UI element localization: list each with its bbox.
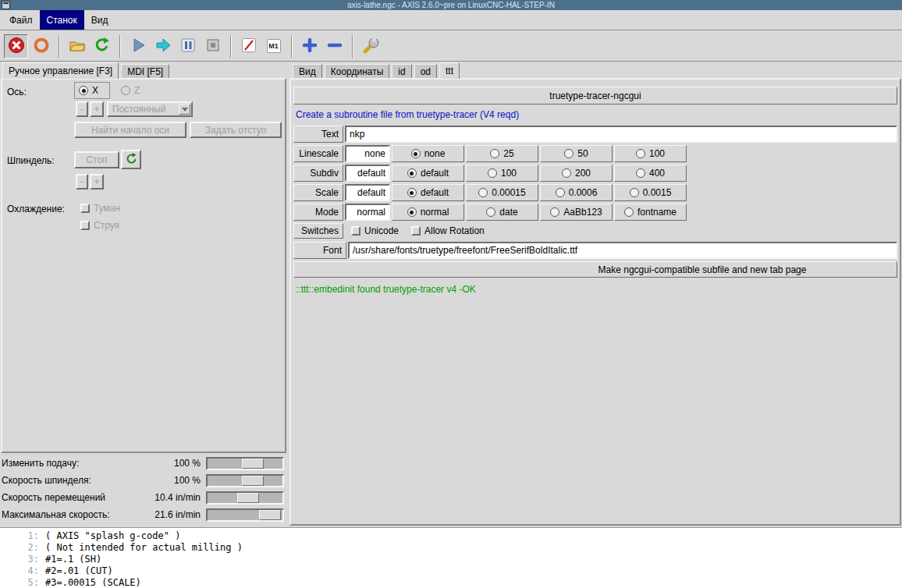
- spindle-override-slider[interactable]: [206, 474, 284, 487]
- gcode-line: 4: #2=.01 (CUT): [0, 565, 902, 577]
- max-velocity-row: Максимальная скорость: 21.6 in/min: [0, 506, 287, 523]
- menu-view[interactable]: Вид: [84, 10, 115, 30]
- subdiv-label: Subdiv: [293, 165, 343, 182]
- pause-button[interactable]: [176, 34, 200, 58]
- allow-rotation-checkbox[interactable]: Allow Rotation: [411, 225, 485, 236]
- text-row: Text: [293, 126, 897, 143]
- machine-power-button[interactable]: [29, 34, 53, 58]
- ttt-help-link[interactable]: Create a subroutine file from truetype-t…: [296, 109, 897, 120]
- switches-label: Switches: [293, 223, 343, 239]
- subdiv-row: Subdiv default 100 200 400: [293, 165, 897, 182]
- jog-minus-button[interactable]: -: [76, 101, 88, 117]
- toolbar: M1: [0, 31, 902, 62]
- jog-speed-row: Скорость перемещений 10.4 in/min: [0, 489, 287, 506]
- tab-od[interactable]: od: [414, 64, 437, 78]
- text-label: Text: [293, 126, 343, 143]
- menu-machine[interactable]: Станок: [40, 10, 84, 30]
- make-subfile-button[interactable]: Make ngcgui-compatible subfile and new t…: [293, 261, 897, 278]
- wrench-icon: [362, 37, 379, 56]
- gcode-line: 3: #1=.1 (SH): [0, 554, 902, 565]
- touch-off-button[interactable]: Задать отступ: [190, 122, 282, 138]
- home-axis-button[interactable]: Найти начало оси: [74, 122, 186, 138]
- radio-indicator: [79, 86, 88, 95]
- slider-thumb[interactable]: [242, 476, 264, 486]
- jog-plus-button[interactable]: +: [90, 101, 104, 117]
- linescale-option-25[interactable]: 25: [466, 145, 538, 162]
- linescale-value-input[interactable]: [346, 147, 389, 161]
- mode-option-fontname[interactable]: fontname: [614, 204, 687, 221]
- stop-icon: [204, 37, 222, 56]
- subdiv-value-input[interactable]: [346, 166, 389, 180]
- subdiv-option-200[interactable]: 200: [540, 165, 613, 182]
- toolbar-separator: [291, 35, 293, 58]
- text-input[interactable]: [346, 127, 896, 141]
- jog-speed-slider[interactable]: [206, 491, 284, 505]
- mode-value-input[interactable]: [346, 205, 389, 219]
- tab-id[interactable]: id: [392, 64, 411, 78]
- tool-touchoff-button[interactable]: [358, 34, 382, 58]
- switches-row: Switches Unicode Allow Rotation: [293, 223, 897, 239]
- feed-override-slider[interactable]: [206, 457, 284, 470]
- estop-button[interactable]: [4, 34, 28, 58]
- scale-option-00015[interactable]: 0.00015: [466, 184, 538, 201]
- spindle-stop-button[interactable]: Стоп: [74, 151, 119, 168]
- subdiv-option-default[interactable]: default: [392, 165, 464, 182]
- linescale-option-none[interactable]: none: [392, 145, 464, 162]
- scale-option-0015[interactable]: 0.0015: [614, 184, 687, 201]
- spindle-turn-button[interactable]: [121, 150, 141, 169]
- tab-manual-control[interactable]: Ручное управление [F3]: [2, 62, 119, 79]
- mode-option-aabb123[interactable]: AaBb123: [540, 204, 613, 221]
- slider-thumb[interactable]: [242, 459, 264, 469]
- stop-button[interactable]: [201, 34, 225, 58]
- font-button[interactable]: Font: [293, 242, 346, 259]
- zoom-out-button[interactable]: [322, 34, 346, 58]
- skip-lines-toggle[interactable]: [236, 34, 261, 58]
- gcode-line: 2: ( Not intended for actual milling ): [0, 542, 902, 554]
- linescale-row: Linescale none 25 50 100: [293, 145, 897, 162]
- ttt-status-message: ::ttt::embedinit found truetype-tracer v…: [296, 284, 897, 295]
- axis-z-radio[interactable]: Z: [121, 85, 140, 96]
- titlebar: axis-lathe.ngc - AXIS 2.6.0~pre on Linux…: [0, 0, 902, 10]
- spindle-plus-button[interactable]: +: [90, 174, 104, 190]
- tab-preview[interactable]: Вид: [293, 64, 322, 78]
- mode-row: Mode normal date AaBb123 fontname: [293, 204, 897, 221]
- axis-x-radio[interactable]: X: [74, 82, 110, 99]
- mode-option-date[interactable]: date: [466, 204, 538, 221]
- machine-power-icon: [33, 37, 50, 56]
- jog-mode-combobox[interactable]: Постоянный: [107, 101, 193, 117]
- flood-checkbox[interactable]: Струя: [80, 220, 119, 231]
- menu-file[interactable]: Файл: [2, 10, 40, 30]
- tab-mdi[interactable]: MDI [F5]: [121, 64, 169, 78]
- scale-option-0006[interactable]: 0.0006: [540, 184, 613, 201]
- run-button[interactable]: [126, 34, 150, 58]
- spindle-override-row: Скорость шпинделя: 100 %: [0, 472, 287, 489]
- gcode-listing[interactable]: 1: ( AXIS "splash g-code" ) 2: ( Not int…: [0, 527, 902, 588]
- subdiv-option-100[interactable]: 100: [466, 165, 538, 182]
- run-from-line-button[interactable]: [151, 34, 175, 58]
- m1-label: M1: [268, 42, 279, 50]
- slider-thumb[interactable]: [259, 510, 281, 520]
- spindle-minus-button[interactable]: -: [76, 174, 88, 190]
- scale-value-input[interactable]: [346, 186, 389, 200]
- zoom-in-button[interactable]: [297, 34, 321, 58]
- scale-option-default[interactable]: default: [392, 184, 464, 201]
- slider-thumb[interactable]: [237, 493, 259, 503]
- optional-pause-toggle[interactable]: M1: [261, 34, 286, 58]
- run-from-line-icon: [154, 37, 172, 56]
- mode-option-normal[interactable]: normal: [392, 204, 464, 221]
- linescale-option-50[interactable]: 50: [540, 145, 613, 162]
- unicode-checkbox[interactable]: Unicode: [351, 225, 399, 236]
- subdiv-option-400[interactable]: 400: [614, 165, 687, 182]
- tab-ttt[interactable]: ttt: [439, 62, 460, 79]
- ttt-panel: truetype-tracer-ngcgui Create a subrouti…: [289, 78, 901, 526]
- scale-label: Scale: [293, 184, 343, 201]
- open-file-button[interactable]: [65, 34, 89, 58]
- checkbox-indicator: [80, 221, 90, 230]
- checkbox-indicator: [411, 226, 421, 236]
- mist-checkbox[interactable]: Туман: [80, 203, 120, 214]
- max-velocity-slider[interactable]: [206, 508, 284, 522]
- font-path-input[interactable]: [350, 243, 896, 257]
- tab-dro[interactable]: Координаты: [325, 64, 390, 78]
- linescale-option-100[interactable]: 100: [614, 145, 687, 162]
- reload-button[interactable]: [90, 34, 114, 58]
